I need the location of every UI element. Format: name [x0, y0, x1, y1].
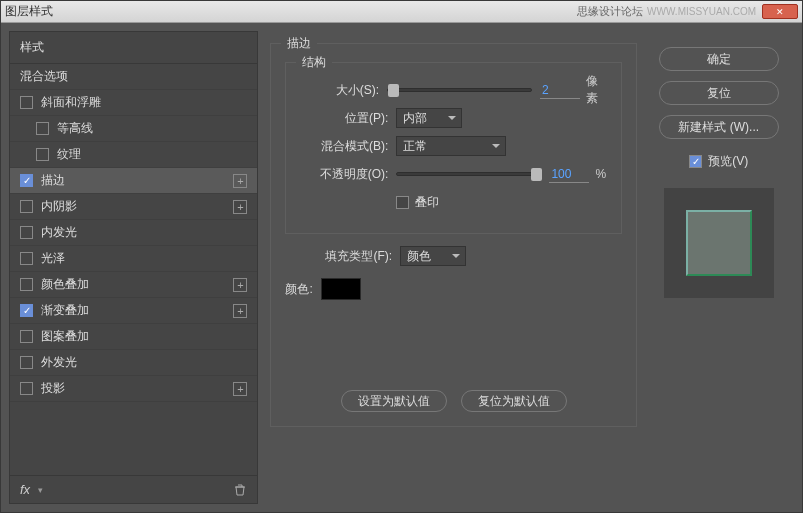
fx-menu-button[interactable]: fx: [20, 482, 30, 497]
style-item-label: 等高线: [57, 120, 93, 137]
preview-checkbox-wrap[interactable]: 预览(V): [689, 153, 748, 170]
ok-button[interactable]: 确定: [659, 47, 779, 71]
new-style-button[interactable]: 新建样式 (W)...: [659, 115, 779, 139]
color-label: 颜色:: [285, 281, 312, 298]
blend-options-label: 混合选项: [20, 68, 68, 85]
add-effect-icon[interactable]: +: [233, 278, 247, 292]
structure-title: 结构: [296, 54, 332, 71]
style-item-label: 外发光: [41, 354, 77, 371]
structure-subgroup: 结构 大小(S): 像素 位置(P): 内部 混合模式(B): 正常: [285, 62, 622, 234]
blend-options-item[interactable]: 混合选项: [10, 64, 257, 90]
blendmode-label: 混合模式(B):: [300, 138, 388, 155]
opacity-row: 不透明度(O): %: [300, 163, 607, 185]
styles-header[interactable]: 样式: [10, 32, 257, 64]
overprint-checkbox[interactable]: [396, 196, 409, 209]
filltype-label: 填充类型(F):: [325, 248, 392, 265]
style-item-label: 内发光: [41, 224, 77, 241]
filltype-row: 填充类型(F): 颜色: [325, 246, 622, 266]
window-title: 图层样式: [5, 3, 53, 20]
styles-footer: fx ▾: [10, 475, 257, 503]
style-checkbox[interactable]: [36, 148, 49, 161]
style-checkbox[interactable]: [20, 330, 33, 343]
add-effect-icon[interactable]: +: [233, 174, 247, 188]
blendmode-select[interactable]: 正常: [396, 136, 506, 156]
preview-box: [664, 188, 774, 298]
cancel-button[interactable]: 复位: [659, 81, 779, 105]
credit-url: WWW.MISSYUAN.COM: [647, 6, 756, 17]
preview-checkbox[interactable]: [689, 155, 702, 168]
style-item-label: 纹理: [57, 146, 81, 163]
size-label: 大小(S):: [300, 82, 379, 99]
style-item[interactable]: 斜面和浮雕: [10, 90, 257, 116]
styles-panel: 样式 混合选项 斜面和浮雕等高线纹理描边+内阴影+内发光光泽颜色叠加+渐变叠加+…: [9, 31, 258, 504]
overprint-label: 叠印: [415, 194, 439, 211]
style-item-label: 光泽: [41, 250, 65, 267]
style-item-label: 图案叠加: [41, 328, 89, 345]
blendmode-row: 混合模式(B): 正常: [300, 135, 607, 157]
style-item-label: 渐变叠加: [41, 302, 89, 319]
style-checkbox[interactable]: [20, 382, 33, 395]
add-effect-icon[interactable]: +: [233, 200, 247, 214]
style-checkbox[interactable]: [20, 174, 33, 187]
default-buttons-row: 设置为默认值 复位为默认值: [285, 390, 622, 412]
options-panel: 描边 结构 大小(S): 像素 位置(P): 内部 混合模式(B):: [258, 31, 649, 504]
color-row: 颜色:: [285, 278, 622, 300]
close-button[interactable]: ✕: [762, 4, 798, 19]
preview-swatch: [686, 210, 752, 276]
filltype-select[interactable]: 颜色: [400, 246, 466, 266]
titlebar: 图层样式 思缘设计论坛 WWW.MISSYUAN.COM ✕: [1, 1, 802, 23]
size-slider[interactable]: [387, 88, 532, 92]
size-input[interactable]: [540, 81, 580, 99]
add-effect-icon[interactable]: +: [233, 304, 247, 318]
overprint-checkbox-wrap[interactable]: 叠印: [396, 194, 439, 211]
credit-text: 思缘设计论坛: [577, 4, 643, 19]
close-icon: ✕: [776, 7, 784, 17]
overprint-row: 叠印: [300, 191, 607, 213]
right-panel: 确定 复位 新建样式 (W)... 预览(V): [649, 31, 794, 504]
style-item[interactable]: 光泽: [10, 246, 257, 272]
style-checkbox[interactable]: [20, 96, 33, 109]
style-item[interactable]: 图案叠加: [10, 324, 257, 350]
position-label: 位置(P):: [300, 110, 388, 127]
style-item[interactable]: 纹理: [10, 142, 257, 168]
style-item-label: 斜面和浮雕: [41, 94, 101, 111]
make-default-button[interactable]: 设置为默认值: [341, 390, 447, 412]
stroke-group: 描边 结构 大小(S): 像素 位置(P): 内部 混合模式(B):: [270, 43, 637, 427]
style-item-label: 投影: [41, 380, 65, 397]
style-item[interactable]: 渐变叠加+: [10, 298, 257, 324]
opacity-slider[interactable]: [396, 172, 541, 176]
style-item[interactable]: 内发光: [10, 220, 257, 246]
slider-thumb[interactable]: [388, 84, 399, 97]
stroke-group-title: 描边: [281, 35, 317, 52]
style-checkbox[interactable]: [20, 356, 33, 369]
reset-default-button[interactable]: 复位为默认值: [461, 390, 567, 412]
style-checkbox[interactable]: [36, 122, 49, 135]
size-row: 大小(S): 像素: [300, 79, 607, 101]
style-checkbox[interactable]: [20, 200, 33, 213]
content-area: 样式 混合选项 斜面和浮雕等高线纹理描边+内阴影+内发光光泽颜色叠加+渐变叠加+…: [1, 23, 802, 512]
style-checkbox[interactable]: [20, 304, 33, 317]
color-swatch[interactable]: [321, 278, 361, 300]
style-item[interactable]: 投影+: [10, 376, 257, 402]
style-checkbox[interactable]: [20, 252, 33, 265]
style-item[interactable]: 等高线: [10, 116, 257, 142]
style-item-label: 颜色叠加: [41, 276, 89, 293]
layer-style-dialog: 图层样式 思缘设计论坛 WWW.MISSYUAN.COM ✕ 样式 混合选项 斜…: [0, 0, 803, 513]
style-item[interactable]: 内阴影+: [10, 194, 257, 220]
trash-icon[interactable]: [233, 483, 247, 497]
style-checkbox[interactable]: [20, 278, 33, 291]
size-unit: 像素: [586, 73, 607, 107]
chevron-down-icon[interactable]: ▾: [38, 485, 43, 495]
preview-label: 预览(V): [708, 153, 748, 170]
style-item[interactable]: 颜色叠加+: [10, 272, 257, 298]
style-item-label: 描边: [41, 172, 65, 189]
style-item[interactable]: 外发光: [10, 350, 257, 376]
position-select[interactable]: 内部: [396, 108, 462, 128]
slider-thumb[interactable]: [531, 168, 542, 181]
style-checkbox[interactable]: [20, 226, 33, 239]
opacity-unit: %: [595, 167, 606, 181]
add-effect-icon[interactable]: +: [233, 382, 247, 396]
style-item[interactable]: 描边+: [10, 168, 257, 194]
opacity-input[interactable]: [549, 165, 589, 183]
style-item-label: 内阴影: [41, 198, 77, 215]
